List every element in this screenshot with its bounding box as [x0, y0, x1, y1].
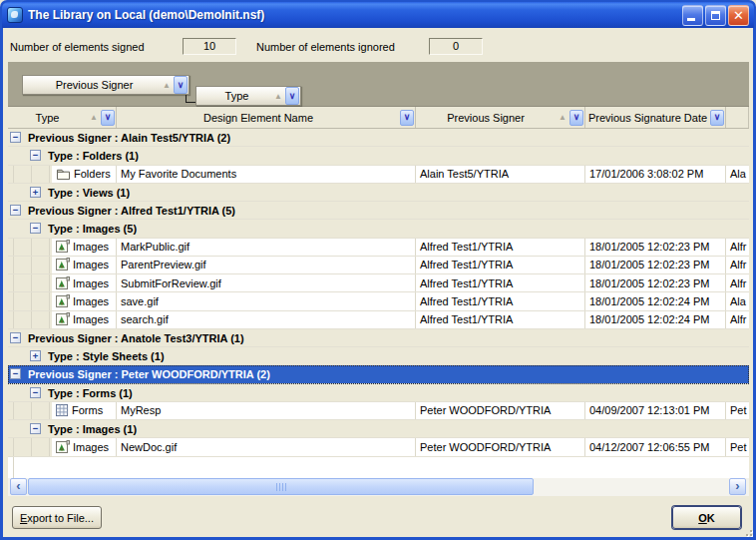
indent-guide	[13, 311, 14, 328]
indent-guide	[49, 292, 50, 309]
collapse-icon[interactable]: −	[10, 205, 21, 216]
collapse-icon[interactable]: −	[30, 223, 41, 234]
scrollbar-thumb[interactable]	[28, 478, 534, 495]
horizontal-scrollbar[interactable]: ‹ ›	[8, 478, 749, 496]
group-row-previous-signer[interactable]: −Previous Signer : Alain Test5/YTRIA (2)	[8, 129, 749, 147]
group-row-type[interactable]: −Type : Forms (1)	[8, 384, 749, 402]
group-row-type[interactable]: −Type : Images (5)	[8, 220, 749, 238]
image-icon	[56, 276, 70, 290]
group-row-type[interactable]: +Type : Views (1)	[8, 184, 749, 202]
resize-grip[interactable]	[740, 524, 752, 536]
column-header-previous-signature-date[interactable]: Previous Signature Date∨	[585, 107, 726, 128]
cell-design-element-name: MyResp	[117, 402, 416, 419]
indent-guide	[13, 292, 14, 309]
expand-icon[interactable]: +	[30, 350, 41, 361]
column-header-previous-signer[interactable]: Previous Signer▲∨	[416, 107, 585, 128]
cell-previous-signer-text: Alfred Test1/YTRIA	[420, 259, 513, 270]
collapse-icon[interactable]: −	[30, 387, 41, 398]
cell-current-signer-truncated: Ala	[726, 166, 749, 183]
cell-previous-signer-text: Alfred Test1/YTRIA	[420, 295, 513, 307]
cell-type: Images	[52, 438, 117, 455]
column-filter-dropdown[interactable]: ∨	[569, 110, 583, 126]
app-icon[interactable]	[7, 7, 23, 23]
column-header-design-element-name[interactable]: Design Element Name∨	[117, 107, 416, 128]
indent-guide	[13, 257, 14, 273]
group-row-type[interactable]: −Type : Folders (1)	[8, 147, 749, 165]
minimize-button[interactable]	[682, 5, 703, 26]
cell-previous-signer-text: Alfred Test1/YTRIA	[420, 241, 513, 253]
cell-type-text: Images	[73, 295, 109, 307]
column-filter-dropdown[interactable]: ∨	[400, 110, 414, 126]
cell-type: Folders	[52, 166, 117, 183]
cell-previous-signature-date: 17/01/2006 3:08:02 PM	[585, 166, 726, 183]
group-row-previous-signer[interactable]: −Previous Signer : Peter WOODFORD/YTRIA …	[8, 365, 749, 383]
cell-type-text: Images	[73, 441, 109, 453]
collapse-icon[interactable]: −	[10, 132, 21, 143]
cell-current-signer-truncated: Alfr	[726, 257, 749, 273]
chevron-down-icon: ∨	[573, 113, 580, 122]
cell-design-element-name-text: SubmitForReview.gif	[121, 277, 221, 289]
table-row[interactable]: FormsMyRespPeter WOODFORD/YTRIA04/09/200…	[8, 402, 749, 420]
close-button[interactable]: ✕	[728, 5, 749, 26]
table-row[interactable]: ImagesSubmitForReview.gifAlfred Test1/YT…	[8, 274, 749, 292]
group-row-label: Type : Style Sheets (1)	[48, 350, 165, 362]
cell-type-text: Folders	[74, 168, 111, 180]
cell-design-element-name: search.gif	[117, 311, 416, 328]
sort-asc-icon: ▲	[90, 113, 98, 122]
table-row[interactable]: Imagessave.gifAlfred Test1/YTRIA18/01/20…	[8, 292, 749, 310]
cell-previous-signature-date-text: 18/01/2005 12:02:23 PM	[589, 259, 709, 270]
cell-current-signer-truncated-text: Alfr	[730, 277, 747, 289]
chevron-down-icon: ∨	[178, 81, 185, 90]
group-row-type[interactable]: +Type : Style Sheets (1)	[8, 347, 749, 365]
collapse-icon[interactable]: −	[10, 332, 21, 343]
cell-previous-signer: Alfred Test1/YTRIA	[416, 292, 585, 309]
export-to-file-button[interactable]: Export to File...	[12, 506, 102, 529]
collapse-icon[interactable]: −	[30, 423, 41, 434]
collapse-icon[interactable]: −	[10, 368, 21, 379]
group-row-previous-signer[interactable]: −Previous Signer : Alfred Test1/YTRIA (5…	[8, 202, 749, 220]
empty-rows-area	[8, 457, 749, 479]
indent-guide	[31, 402, 32, 419]
table-row[interactable]: ImagesNewDoc.gifPeter WOODFORD/YTRIA04/1…	[8, 438, 749, 456]
maximize-button[interactable]	[705, 5, 726, 26]
group-chip-dropdown[interactable]: ∨	[174, 76, 188, 94]
cell-type-text: Images	[73, 259, 109, 270]
chevron-down-icon: ∨	[404, 113, 411, 122]
group-chip-type[interactable]: Type ▲ ∨	[195, 86, 301, 106]
image-icon	[56, 294, 70, 308]
column-filter-dropdown[interactable]: ∨	[101, 110, 115, 126]
group-chip-label: Type	[196, 90, 271, 102]
group-chip-dropdown[interactable]: ∨	[285, 87, 299, 105]
expand-icon[interactable]: +	[30, 187, 41, 198]
group-row-previous-signer[interactable]: −Previous Signer : Anatole Test3/YTRIA (…	[8, 329, 749, 347]
form-icon	[56, 404, 69, 417]
cell-previous-signer-text: Alfred Test1/YTRIA	[420, 277, 513, 289]
column-header-stub[interactable]	[726, 107, 749, 128]
export-button-label: Export to File...	[13, 512, 101, 524]
cell-current-signer-truncated: Alfr	[726, 311, 749, 328]
cell-previous-signature-date: 04/09/2007 12:13:01 PM	[585, 402, 726, 419]
dialog-window: The Library on Local (demo\DemoInit.nsf)…	[0, 0, 756, 540]
group-chip-previous-signer[interactable]: Previous Signer ▲ ∨	[22, 75, 189, 95]
ok-button[interactable]: OK	[672, 506, 741, 529]
column-header-type[interactable]: Type▲∨	[8, 107, 117, 128]
column-header-label: Type	[8, 112, 87, 124]
table-row[interactable]: ImagesMarkPublic.gifAlfred Test1/YTRIA18…	[8, 239, 749, 257]
collapse-icon[interactable]: −	[30, 150, 41, 161]
cell-design-element-name-text: MarkPublic.gif	[121, 241, 189, 253]
table-row[interactable]: ImagesParentPreview.gifAlfred Test1/YTRI…	[8, 257, 749, 274]
indent-guide	[49, 239, 50, 256]
indent-guide	[49, 402, 50, 419]
cell-type: Images	[52, 311, 117, 328]
cell-current-signer-truncated-text: Ala	[730, 295, 746, 307]
group-row-label: Type : Views (1)	[48, 187, 130, 199]
indent-guide	[13, 166, 14, 183]
scroll-left-arrow[interactable]: ‹	[10, 478, 27, 495]
column-filter-dropdown[interactable]: ∨	[710, 110, 724, 126]
cell-design-element-name: My Favorite Documents	[117, 166, 416, 183]
table-row[interactable]: Imagessearch.gifAlfred Test1/YTRIA18/01/…	[8, 311, 749, 329]
table-row[interactable]: FoldersMy Favorite DocumentsAlain Test5/…	[8, 166, 749, 184]
scroll-right-arrow[interactable]: ›	[729, 478, 746, 495]
indent-guide	[31, 292, 32, 309]
group-row-type[interactable]: −Type : Images (1)	[8, 420, 749, 438]
